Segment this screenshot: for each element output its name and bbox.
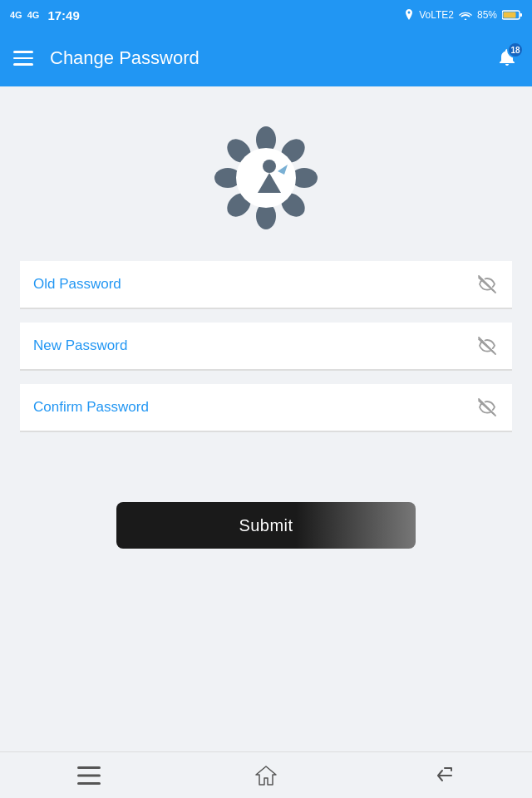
location-icon (404, 9, 414, 21)
old-password-visibility-toggle[interactable] (475, 273, 499, 296)
svg-rect-2 (520, 13, 523, 17)
svg-rect-1 (504, 12, 516, 18)
confirm-password-row (20, 384, 512, 431)
hamburger-nav-icon (77, 766, 101, 785)
app-logo (208, 120, 324, 236)
logo-container (208, 120, 324, 236)
confirm-password-input[interactable] (33, 399, 475, 416)
notification-button[interactable]: 18 (495, 47, 519, 70)
signal-4g-1: 4G (10, 10, 22, 20)
app-bar: Change Password 18 (0, 30, 532, 86)
main-content: Submit (0, 86, 532, 751)
confirm-password-visibility-toggle[interactable] (475, 396, 499, 419)
new-password-input[interactable] (33, 337, 475, 354)
bottom-nav (0, 751, 532, 798)
new-password-visibility-toggle[interactable] (475, 334, 499, 357)
logo-area (208, 120, 324, 236)
svg-rect-19 (77, 774, 101, 776)
wifi-icon (459, 10, 472, 20)
nav-menu-button[interactable] (61, 760, 117, 791)
submit-button[interactable]: Submit (116, 502, 416, 549)
status-right: VoLTE2 85% (404, 9, 522, 21)
svg-point-11 (236, 148, 296, 208)
new-password-row (20, 323, 512, 370)
notification-badge: 18 (507, 42, 524, 58)
menu-icon[interactable] (13, 51, 33, 66)
status-left: 4G 4G 17:49 (10, 8, 80, 22)
svg-rect-18 (77, 766, 101, 769)
status-bar: 4G 4G 17:49 VoLTE2 85% (0, 0, 532, 30)
nav-home-button[interactable] (238, 758, 294, 793)
page-title: Change Password (50, 47, 495, 69)
battery-icon (502, 10, 522, 20)
svg-rect-20 (77, 782, 101, 785)
signal-4g-2: 4G (27, 10, 40, 20)
nav-back-button[interactable] (415, 760, 471, 791)
old-password-input[interactable] (33, 276, 475, 293)
back-icon (431, 766, 455, 785)
status-time: 17:49 (47, 8, 79, 22)
svg-point-12 (263, 160, 276, 173)
battery-text: 85% (477, 9, 497, 21)
form-area: Submit (0, 261, 532, 549)
carrier-text: VoLTE2 (419, 9, 454, 21)
home-icon (254, 765, 278, 786)
old-password-row (20, 261, 512, 308)
